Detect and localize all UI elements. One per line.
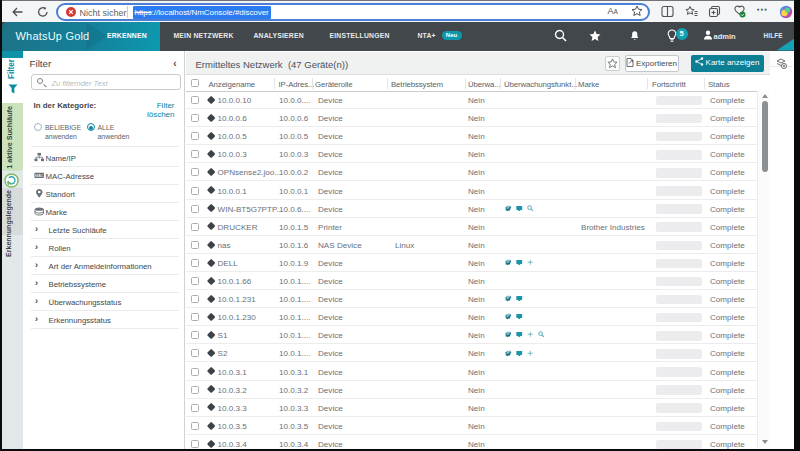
svg-text:MAC: MAC: [34, 173, 43, 178]
